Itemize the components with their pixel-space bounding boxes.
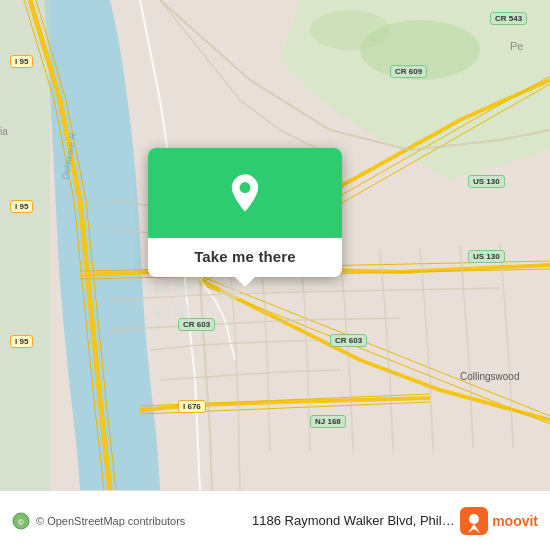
svg-text:Pe: Pe — [510, 40, 523, 52]
svg-point-7 — [310, 10, 390, 50]
moovit-label: moovit — [492, 513, 538, 529]
svg-rect-10 — [220, 285, 240, 299]
location-popup: Take me there — [148, 148, 342, 277]
moovit-icon — [460, 507, 488, 535]
road-badge-i676: I 676 — [178, 400, 206, 413]
road-badge-nj168: NJ 168 — [310, 415, 346, 428]
svg-text:ia: ia — [0, 126, 8, 137]
map-container: Delaware R. Pe ia Collingswood I 95 I 95… — [0, 0, 550, 490]
osm-copyright-text: © OpenStreetMap contributors — [36, 515, 244, 527]
svg-rect-12 — [175, 305, 190, 317]
svg-text:©: © — [18, 518, 24, 527]
road-badge-i95-3: I 95 — [10, 335, 33, 348]
svg-rect-9 — [175, 285, 190, 297]
svg-point-17 — [469, 514, 479, 524]
road-badge-us130-2: US 130 — [468, 250, 505, 263]
road-badge-cr603-2: CR 603 — [330, 334, 367, 347]
svg-rect-8 — [155, 285, 170, 297]
svg-point-13 — [240, 182, 251, 193]
road-badge-i95-1: I 95 — [10, 55, 33, 68]
osm-logo-icon: © — [12, 512, 30, 530]
take-me-there-button[interactable]: Take me there — [184, 246, 306, 267]
address-label: 1186 Raymond Walker Blvd, Philadelphia — [252, 513, 460, 528]
svg-rect-1 — [0, 0, 50, 490]
road-badge-cr609: CR 609 — [390, 65, 427, 78]
road-badge-cr543: CR 543 — [490, 12, 527, 25]
popup-header — [148, 148, 342, 238]
svg-rect-11 — [155, 305, 170, 317]
road-badge-cr603-1: CR 603 — [178, 318, 215, 331]
road-badge-i95-2: I 95 — [10, 200, 33, 213]
road-badge-us130-1: US 130 — [468, 175, 505, 188]
moovit-logo: moovit — [460, 507, 538, 535]
location-pin-icon — [225, 173, 265, 213]
svg-text:Collingswood: Collingswood — [460, 371, 519, 382]
bottom-bar: © © OpenStreetMap contributors 1186 Raym… — [0, 490, 550, 550]
